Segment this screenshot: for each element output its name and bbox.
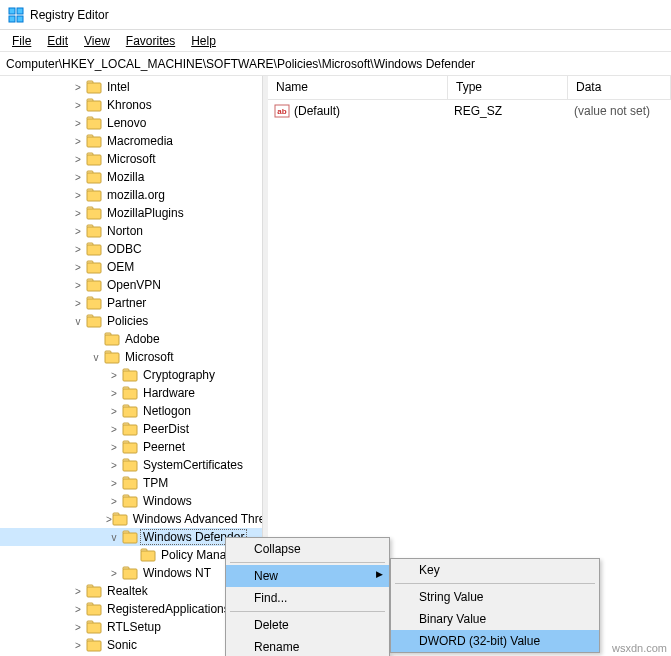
tree-item[interactable]: Adobe	[0, 330, 262, 348]
cm-new-key[interactable]: Key	[391, 559, 599, 581]
expander-icon[interactable]: >	[70, 118, 86, 129]
menu-help[interactable]: Help	[183, 32, 224, 50]
tree-item-label: Peernet	[141, 440, 187, 454]
expander-icon[interactable]: >	[70, 262, 86, 273]
tree-item[interactable]: > Cryptography	[0, 366, 262, 384]
tree-item[interactable]: > Mozilla	[0, 168, 262, 186]
tree-item[interactable]: > mozilla.org	[0, 186, 262, 204]
folder-icon	[86, 151, 102, 167]
menu-file[interactable]: File	[4, 32, 39, 50]
tree-item[interactable]: > Sonic	[0, 636, 262, 654]
expander-icon[interactable]: >	[70, 172, 86, 183]
expander-icon[interactable]: >	[70, 586, 86, 597]
tree-item[interactable]: > Netlogon	[0, 402, 262, 420]
tree-item[interactable]: > Windows NT	[0, 564, 262, 582]
expander-icon[interactable]: >	[106, 568, 122, 579]
tree-item[interactable]: > Lenovo	[0, 114, 262, 132]
expander-icon[interactable]: >	[70, 226, 86, 237]
expander-icon[interactable]: >	[106, 478, 122, 489]
value-row[interactable]: ab (Default) REG_SZ (value not set)	[268, 102, 671, 120]
tree-item[interactable]: > Peernet	[0, 438, 262, 456]
folder-icon	[86, 115, 102, 131]
column-data[interactable]: Data	[568, 76, 671, 99]
tree-item[interactable]: > MozillaPlugins	[0, 204, 262, 222]
menu-view[interactable]: View	[76, 32, 118, 50]
svg-rect-41	[123, 407, 137, 417]
cm-delete[interactable]: Delete	[226, 614, 389, 636]
titlebar: Registry Editor	[0, 0, 671, 30]
tree-item[interactable]: > TPM	[0, 474, 262, 492]
tree-item[interactable]: > Norton	[0, 222, 262, 240]
tree-item-label: Windows NT	[141, 566, 213, 580]
folder-icon	[104, 349, 120, 365]
tree-pane[interactable]: > Intel> Khronos> Lenovo> Macromedia> Mi…	[0, 76, 263, 656]
tree-item-label: SystemCertificates	[141, 458, 245, 472]
cm-new-string[interactable]: String Value	[391, 586, 599, 608]
expander-icon[interactable]: >	[70, 640, 86, 651]
expander-icon[interactable]: >	[70, 604, 86, 615]
cm-rename[interactable]: Rename	[226, 636, 389, 656]
tree-item-label: PeerDist	[141, 422, 191, 436]
expander-icon[interactable]: >	[70, 280, 86, 291]
tree-item[interactable]: > Macromedia	[0, 132, 262, 150]
tree-item[interactable]: > Hardware	[0, 384, 262, 402]
expander-icon[interactable]: >	[70, 190, 86, 201]
expander-icon[interactable]: >	[106, 370, 122, 381]
expander-icon[interactable]: >	[106, 424, 122, 435]
tree-item-policies[interactable]: v Policies	[0, 312, 262, 330]
tree-item[interactable]: > PeerDist	[0, 420, 262, 438]
expander-icon[interactable]: >	[106, 388, 122, 399]
tree-item[interactable]: > OEM	[0, 258, 262, 276]
address-bar[interactable]: Computer\HKEY_LOCAL_MACHINE\SOFTWARE\Pol…	[0, 52, 671, 76]
tree-item[interactable]: > RegisteredApplications	[0, 600, 262, 618]
tree-item[interactable]: > Intel	[0, 78, 262, 96]
expander-icon[interactable]: v	[106, 532, 122, 543]
column-type[interactable]: Type	[448, 76, 568, 99]
menu-edit[interactable]: Edit	[39, 32, 76, 50]
expander-icon[interactable]: v	[88, 352, 104, 363]
svg-rect-19	[87, 209, 101, 219]
tree-item[interactable]: > Realtek	[0, 582, 262, 600]
tree-item[interactable]: > Partner	[0, 294, 262, 312]
column-name[interactable]: Name	[268, 76, 448, 99]
expander-icon[interactable]: >	[70, 622, 86, 633]
cm-new-dword[interactable]: DWORD (32-bit) Value	[391, 630, 599, 652]
menu-favorites[interactable]: Favorites	[118, 32, 183, 50]
expander-icon[interactable]: >	[106, 496, 122, 507]
svg-rect-47	[123, 461, 137, 471]
expander-icon[interactable]: >	[70, 244, 86, 255]
expander-icon[interactable]: >	[70, 100, 86, 111]
svg-rect-39	[123, 389, 137, 399]
tree-item-label: OEM	[105, 260, 136, 274]
tree-item[interactable]: > Microsoft	[0, 150, 262, 168]
expander-icon[interactable]: >	[70, 154, 86, 165]
tree-item[interactable]: > Windows	[0, 492, 262, 510]
expander-icon[interactable]: >	[70, 136, 86, 147]
tree-item[interactable]: > SystemCertificates	[0, 456, 262, 474]
tree-item-windows-defender[interactable]: v Windows Defender	[0, 528, 262, 546]
folder-icon	[86, 241, 102, 257]
tree-item[interactable]: > Windows Advanced Threat Protection	[0, 510, 262, 528]
tree-item-label: RTLSetup	[105, 620, 163, 634]
tree-item[interactable]: > Khronos	[0, 96, 262, 114]
cm-new[interactable]: New▶	[226, 565, 389, 587]
tree-item-label: RegisteredApplications	[105, 602, 232, 616]
expander-icon[interactable]: >	[70, 298, 86, 309]
expander-icon[interactable]: v	[70, 316, 86, 327]
expander-icon[interactable]: >	[106, 460, 122, 471]
tree-item-policy-manager[interactable]: Policy Manager	[0, 546, 262, 564]
cm-new-binary[interactable]: Binary Value	[391, 608, 599, 630]
expander-icon[interactable]: >	[106, 406, 122, 417]
expander-icon[interactable]: >	[106, 442, 122, 453]
tree-item[interactable]: > ODBC	[0, 240, 262, 258]
expander-icon[interactable]: >	[70, 208, 86, 219]
tree-item[interactable]: > RTLSetup	[0, 618, 262, 636]
cm-collapse[interactable]: Collapse	[226, 538, 389, 560]
expander-icon[interactable]: >	[70, 82, 86, 93]
tree-item-label: Partner	[105, 296, 148, 310]
tree-item-label: Adobe	[123, 332, 162, 346]
tree-item[interactable]: > OpenVPN	[0, 276, 262, 294]
tree-item-microsoft[interactable]: v Microsoft	[0, 348, 262, 366]
cm-find[interactable]: Find...	[226, 587, 389, 609]
folder-icon	[122, 439, 138, 455]
